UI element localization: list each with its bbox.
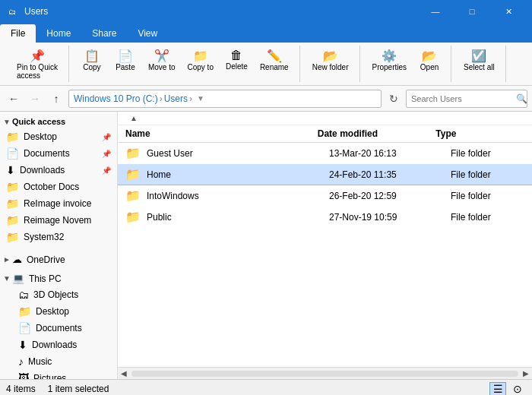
sidebar-item-pictures[interactable]: 🖼 Pictures bbox=[0, 370, 117, 379]
address-dropdown-arrow[interactable]: ▼ bbox=[197, 94, 204, 103]
pictures-icon: 🖼 bbox=[18, 372, 29, 379]
search-box[interactable]: 🔍 bbox=[406, 90, 527, 108]
hscroll-left[interactable]: ◀ bbox=[118, 368, 130, 380]
pc-downloads-icon: ⬇ bbox=[18, 339, 27, 351]
ribbon-group-select: ☑️ Select all bbox=[453, 46, 506, 82]
reimage-icon: 📁 bbox=[6, 198, 19, 210]
tab-share[interactable]: Share bbox=[81, 24, 127, 43]
quick-access-chevron: ▼ bbox=[3, 118, 11, 126]
sidebar: ▼ Quick access 📁 Desktop 📌 📄 Documents 📌… bbox=[0, 112, 118, 379]
copy-to-btn[interactable]: 📁 Copy to bbox=[183, 47, 218, 73]
maximize-button[interactable]: □ bbox=[454, 0, 489, 23]
tab-view[interactable]: View bbox=[127, 24, 168, 43]
sidebar-item-october[interactable]: 📁 October Docs bbox=[0, 179, 117, 195]
thispc-chevron: ▼ bbox=[3, 274, 11, 283]
file-type: File folder bbox=[451, 148, 491, 159]
pc-documents-icon: 📄 bbox=[18, 322, 31, 334]
folder-icon: 📁 bbox=[125, 188, 141, 203]
table-row[interactable]: 📁 Guest User 13-Mar-20 16:13 File folder bbox=[118, 143, 532, 164]
paste-icon: 📄 bbox=[118, 49, 133, 63]
onedrive-chevron: ► bbox=[3, 255, 11, 264]
address-bar[interactable]: Windows 10 Pro (C:) › Users › ▼ bbox=[68, 90, 382, 108]
sidebar-item-pc-documents[interactable]: 📄 Documents bbox=[0, 320, 117, 337]
tab-home[interactable]: Home bbox=[36, 24, 81, 43]
pin-indicator-dl: 📌 bbox=[102, 166, 111, 175]
sidebar-item-system32[interactable]: 📁 System32 bbox=[0, 229, 117, 245]
ribbon: File Home Share View 📌 Pin to Quickacces… bbox=[0, 23, 532, 86]
copy-to-icon: 📁 bbox=[193, 49, 208, 63]
file-list-header: Name Date modified Type bbox=[118, 125, 532, 143]
file-date: 27-Nov-19 10:59 bbox=[329, 212, 451, 223]
status-right: ☰ ⊙ bbox=[489, 382, 526, 396]
hscroll-track[interactable] bbox=[131, 371, 518, 377]
search-input[interactable] bbox=[411, 94, 516, 103]
pin-label: Pin to Quickaccess bbox=[17, 63, 58, 80]
col-date-header[interactable]: Date modified bbox=[318, 128, 436, 139]
system32-icon: 📁 bbox=[6, 231, 19, 243]
col-type-header[interactable]: Type bbox=[435, 128, 524, 139]
up-button[interactable]: ↑ bbox=[47, 90, 65, 108]
view-details-button[interactable]: ☰ bbox=[489, 382, 506, 396]
horizontal-scrollbar[interactable]: ◀ ▶ bbox=[118, 367, 532, 379]
onedrive-header[interactable]: ► ☁ OneDrive bbox=[0, 251, 117, 267]
hscroll-right[interactable]: ▶ bbox=[520, 368, 532, 380]
rename-btn[interactable]: ✏️ Rename bbox=[255, 47, 293, 73]
tab-file[interactable]: File bbox=[0, 24, 36, 43]
pin-indicator: 📌 bbox=[102, 133, 111, 141]
col-name-header[interactable]: Name bbox=[125, 128, 318, 139]
copy-btn[interactable]: 📋 Copy bbox=[77, 47, 107, 73]
quick-access-header[interactable]: ▼ Quick access bbox=[0, 115, 117, 128]
forward-button[interactable]: → bbox=[26, 90, 44, 108]
pin-indicator-docs: 📌 bbox=[102, 150, 111, 158]
close-button[interactable]: ✕ bbox=[491, 0, 526, 23]
pin-to-quick-btn[interactable]: 📌 Pin to Quickaccess bbox=[12, 47, 62, 81]
item-count: 4 items bbox=[6, 384, 36, 394]
sidebar-item-desktop[interactable]: 📁 Desktop 📌 bbox=[0, 128, 117, 145]
table-row[interactable]: 📁 IntoWindows 26-Feb-20 12:59 File folde… bbox=[118, 185, 532, 207]
sidebar-item-music[interactable]: ♪ Music bbox=[0, 353, 117, 370]
file-name: IntoWindows bbox=[147, 191, 329, 201]
folder-icon: 📁 bbox=[125, 167, 141, 182]
open-icon: 📂 bbox=[422, 49, 437, 63]
ribbon-group-open: ⚙️ Properties 📂 Open bbox=[362, 46, 452, 82]
paste-btn[interactable]: 📄 Paste bbox=[110, 47, 141, 73]
properties-btn[interactable]: ⚙️ Properties bbox=[368, 47, 412, 73]
properties-icon: ⚙️ bbox=[382, 49, 397, 63]
open-btn[interactable]: 📂 Open bbox=[414, 47, 445, 73]
table-row[interactable]: 📁 Public 27-Nov-19 10:59 File folder bbox=[118, 207, 532, 228]
selected-text: 1 item selected bbox=[48, 384, 109, 394]
status-left: 4 items 1 item selected bbox=[6, 384, 109, 394]
window-controls: — □ ✕ bbox=[418, 0, 526, 23]
thispc-header[interactable]: ▼ 💻 This PC bbox=[0, 270, 117, 286]
sidebar-item-3dobjects[interactable]: 🗂 3D Objects bbox=[0, 286, 117, 303]
refresh-button[interactable]: ↻ bbox=[385, 90, 403, 108]
select-all-btn[interactable]: ☑️ Select all bbox=[459, 47, 499, 73]
move-btn[interactable]: ✂️ Move to bbox=[144, 47, 180, 73]
nav-bar: ← → ↑ Windows 10 Pro (C:) › Users › ▼ ↻ … bbox=[0, 86, 532, 112]
table-row[interactable]: 📁 Home 24-Feb-20 11:35 File folder bbox=[118, 164, 532, 185]
back-button[interactable]: ← bbox=[5, 90, 23, 108]
sidebar-item-pc-desktop[interactable]: 📁 Desktop bbox=[0, 303, 117, 320]
desktop-icon: 📁 bbox=[6, 131, 19, 143]
ribbon-tabs: File Home Share View bbox=[0, 23, 532, 43]
delete-btn[interactable]: 🗑 Delete bbox=[221, 47, 252, 73]
minimize-button[interactable]: — bbox=[418, 0, 453, 23]
sidebar-item-documents[interactable]: 📄 Documents 📌 bbox=[0, 145, 117, 162]
onedrive-cloud-icon: ☁ bbox=[12, 254, 22, 265]
sidebar-item-reimage2[interactable]: 📁 Reimage Novem bbox=[0, 212, 117, 229]
downloads-icon: ⬇ bbox=[6, 164, 15, 176]
pin-icon: 📌 bbox=[30, 49, 45, 63]
quick-access-label: Quick access bbox=[12, 117, 65, 126]
sidebar-item-downloads[interactable]: ⬇ Downloads 📌 bbox=[0, 162, 117, 179]
search-icon: 🔍 bbox=[516, 93, 527, 104]
view-large-icons-button[interactable]: ⊙ bbox=[509, 382, 526, 396]
sidebar-item-pc-downloads[interactable]: ⬇ Downloads bbox=[0, 337, 117, 353]
new-folder-btn[interactable]: 📂 New folder bbox=[308, 47, 353, 73]
copy-icon: 📋 bbox=[84, 49, 100, 63]
october-icon: 📁 bbox=[6, 181, 19, 193]
ribbon-group-clipboard: 📌 Pin to Quickaccess bbox=[6, 46, 69, 82]
address-crumb-users[interactable]: Users bbox=[164, 93, 188, 104]
sidebar-item-reimage[interactable]: 📁 ReImage invoice bbox=[0, 195, 117, 212]
sort-arrow-up: ▲ bbox=[130, 114, 138, 122]
address-crumb-c[interactable]: Windows 10 Pro (C:) bbox=[74, 93, 158, 104]
